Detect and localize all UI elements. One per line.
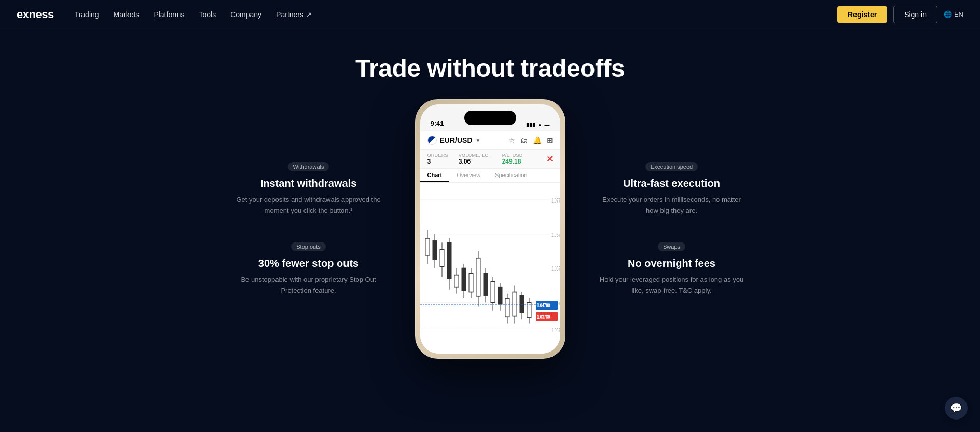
phone-app: EUR/USD ▼ ☆ 🗂 🔔 ⊞ (420, 131, 560, 354)
svg-rect-33 (505, 298, 509, 317)
stat-volume: VOLUME, LOT 3.06 (459, 153, 492, 165)
chart-area: 1.07780 1.06780 1.05780 1.04780 1.03780 (420, 183, 560, 354)
orders-value: 3 (427, 158, 431, 165)
svg-rect-11 (425, 238, 430, 255)
tab-chart[interactable]: Chart (420, 169, 450, 182)
svg-text:1.04780: 1.04780 (537, 302, 550, 308)
svg-rect-35 (513, 292, 517, 316)
svg-rect-17 (447, 242, 451, 278)
candlestick-chart: 1.07780 1.06780 1.05780 1.04780 1.03780 (420, 183, 560, 354)
bell-icon[interactable]: 🔔 (533, 136, 542, 144)
phone-inner: 9:41 ▮▮▮ ▲ ▬ EUR/USD (420, 104, 560, 354)
dropdown-icon[interactable]: ▼ (476, 138, 481, 143)
svg-rect-25 (476, 258, 480, 296)
battery-icon: ▬ (545, 122, 550, 127)
nav-right: Register Sign in 🌐 EN (837, 6, 963, 23)
eur-flag (427, 136, 437, 145)
svg-rect-31 (498, 287, 502, 304)
feature-execution: Execution speed Ultra-fast execution Exe… (599, 161, 744, 217)
close-button[interactable]: ✕ (546, 154, 553, 164)
pair-label: EUR/USD (440, 136, 473, 144)
badge-stopouts: Stop outs (291, 242, 325, 251)
chat-bubble[interactable]: 💬 (945, 397, 968, 420)
feature-desc-stopouts: Be unstoppable with our proprietary Stop… (236, 275, 381, 296)
feature-desc-swaps: Hold your leveraged positions for as lon… (599, 275, 744, 296)
register-button[interactable]: Register (837, 6, 887, 23)
chat-icon: 💬 (950, 402, 962, 414)
signin-button[interactable]: Sign in (893, 6, 937, 23)
volume-value: 3.06 (459, 158, 471, 165)
feature-desc-execution: Execute your orders in milliseconds, no … (599, 195, 744, 217)
nav-item-partners[interactable]: Partners ↗ (276, 10, 312, 19)
nav-links: Trading Markets Platforms Tools Company … (75, 10, 837, 19)
globe-icon: 🌐 (944, 10, 952, 18)
svg-rect-21 (462, 268, 466, 291)
language-selector[interactable]: 🌐 EN (944, 10, 963, 18)
pnl-label: P/L, USD (502, 153, 523, 158)
chart-tabs: Chart Overview Specification (420, 169, 560, 183)
svg-rect-27 (484, 273, 488, 295)
app-stats: ORDERS 3 VOLUME, LOT 3.06 P/L, USD 249.1… (420, 150, 560, 169)
nav-item-trading[interactable]: Trading (75, 10, 99, 19)
grid-icon[interactable]: ⊞ (547, 136, 553, 144)
pnl-value: 249.18 (502, 158, 521, 165)
svg-text:1.03780: 1.03780 (537, 313, 550, 320)
tab-specification[interactable]: Specification (488, 169, 534, 182)
svg-text:1.03780: 1.03780 (551, 327, 560, 333)
nav-item-tools[interactable]: Tools (199, 10, 216, 19)
star-icon[interactable]: ☆ (508, 136, 515, 144)
app-header: EUR/USD ▼ ☆ 🗂 🔔 ⊞ (420, 131, 560, 150)
svg-rect-29 (491, 282, 495, 302)
badge-execution: Execution speed (645, 162, 698, 171)
svg-rect-15 (440, 249, 444, 266)
navbar: exness Trading Markets Platforms Tools C… (0, 0, 980, 29)
briefcase-icon[interactable]: 🗂 (520, 136, 528, 144)
nav-item-markets[interactable]: Markets (114, 10, 140, 19)
stat-orders: ORDERS 3 (427, 153, 448, 165)
volume-label: VOLUME, LOT (459, 153, 492, 158)
app-pair: EUR/USD ▼ (427, 136, 481, 145)
feature-withdrawals: Withdrawals Instant withdrawals Get your… (236, 161, 381, 217)
logo[interactable]: exness (17, 8, 54, 21)
svg-rect-19 (454, 275, 459, 287)
svg-rect-37 (520, 295, 524, 313)
wifi-icon: ▲ (537, 122, 543, 127)
dynamic-island (464, 111, 516, 125)
phone-container: 9:41 ▮▮▮ ▲ ▬ EUR/USD (402, 99, 578, 359)
feature-swaps: Swaps No overnight fees Hold your levera… (599, 241, 744, 296)
feature-title-stopouts: 30% fewer stop outs (236, 258, 381, 269)
main-content: Trade without tradeoffs Withdrawals Inst… (0, 0, 980, 432)
feature-desc-withdrawals: Get your deposits and withdrawals approv… (236, 195, 381, 217)
nav-item-platforms[interactable]: Platforms (154, 10, 184, 19)
badge-swaps: Swaps (658, 242, 685, 251)
svg-text:1.06780: 1.06780 (551, 231, 560, 238)
svg-rect-13 (433, 241, 437, 260)
feature-title-withdrawals: Instant withdrawals (236, 178, 381, 190)
feature-title-swaps: No overnight fees (599, 258, 744, 269)
features-container: Withdrawals Instant withdrawals Get your… (127, 99, 853, 359)
left-features: Withdrawals Instant withdrawals Get your… (236, 161, 402, 296)
tab-overview[interactable]: Overview (449, 169, 488, 182)
svg-text:1.05780: 1.05780 (551, 265, 560, 272)
hero-title: Trade without tradeoffs (355, 54, 625, 83)
nav-item-company[interactable]: Company (230, 10, 261, 19)
svg-rect-23 (469, 273, 473, 292)
lang-label: EN (954, 10, 963, 18)
feature-stopouts: Stop outs 30% fewer stop outs Be unstopp… (236, 241, 381, 296)
right-features: Execution speed Ultra-fast execution Exe… (578, 161, 744, 296)
app-action-icons: ☆ 🗂 🔔 ⊞ (508, 136, 553, 144)
orders-label: ORDERS (427, 153, 448, 158)
status-icons: ▮▮▮ ▲ ▬ (526, 122, 550, 127)
badge-withdrawals: Withdrawals (288, 162, 329, 171)
status-time: 9:41 (431, 119, 444, 127)
phone-mockup: 9:41 ▮▮▮ ▲ ▬ EUR/USD (415, 99, 565, 359)
stat-pnl: P/L, USD 249.18 (502, 153, 523, 165)
signal-icon: ▮▮▮ (526, 122, 535, 127)
svg-text:1.07780: 1.07780 (551, 197, 560, 204)
feature-title-execution: Ultra-fast execution (599, 178, 744, 190)
